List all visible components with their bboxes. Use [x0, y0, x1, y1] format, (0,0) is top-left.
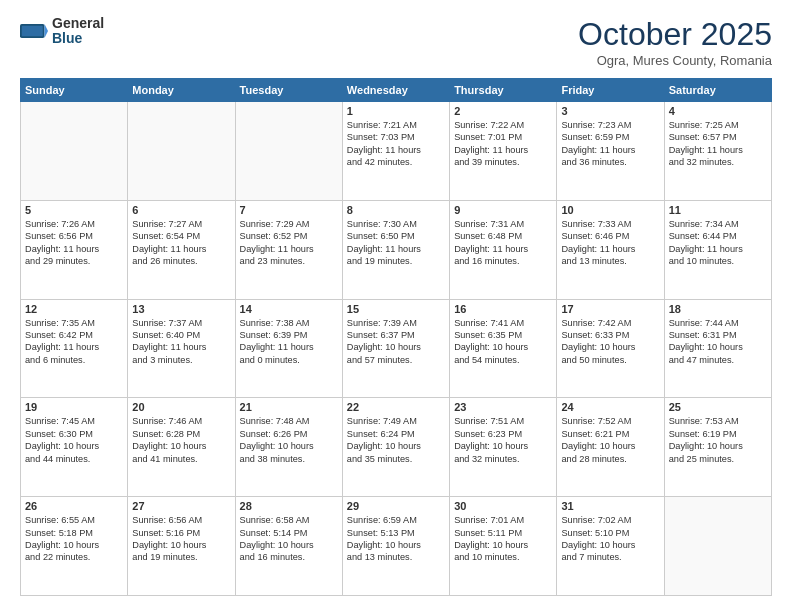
week-row-2: 5Sunrise: 7:26 AMSunset: 6:56 PMDaylight… [21, 200, 772, 299]
calendar-cell: 11Sunrise: 7:34 AMSunset: 6:44 PMDayligh… [664, 200, 771, 299]
calendar-cell: 5Sunrise: 7:26 AMSunset: 6:56 PMDaylight… [21, 200, 128, 299]
day-number: 25 [669, 401, 767, 413]
day-info: Sunrise: 7:48 AMSunset: 6:26 PMDaylight:… [240, 415, 338, 465]
day-number: 28 [240, 500, 338, 512]
day-info: Sunrise: 7:33 AMSunset: 6:46 PMDaylight:… [561, 218, 659, 268]
calendar-cell: 14Sunrise: 7:38 AMSunset: 6:39 PMDayligh… [235, 299, 342, 398]
day-info: Sunrise: 7:46 AMSunset: 6:28 PMDaylight:… [132, 415, 230, 465]
week-row-5: 26Sunrise: 6:55 AMSunset: 5:18 PMDayligh… [21, 497, 772, 596]
calendar-cell: 27Sunrise: 6:56 AMSunset: 5:16 PMDayligh… [128, 497, 235, 596]
day-info: Sunrise: 7:45 AMSunset: 6:30 PMDaylight:… [25, 415, 123, 465]
calendar-cell: 26Sunrise: 6:55 AMSunset: 5:18 PMDayligh… [21, 497, 128, 596]
day-info: Sunrise: 7:29 AMSunset: 6:52 PMDaylight:… [240, 218, 338, 268]
day-info: Sunrise: 6:55 AMSunset: 5:18 PMDaylight:… [25, 514, 123, 564]
day-info: Sunrise: 7:21 AMSunset: 7:03 PMDaylight:… [347, 119, 445, 169]
day-number: 30 [454, 500, 552, 512]
day-info: Sunrise: 7:42 AMSunset: 6:33 PMDaylight:… [561, 317, 659, 367]
day-number: 7 [240, 204, 338, 216]
day-number: 3 [561, 105, 659, 117]
day-info: Sunrise: 7:25 AMSunset: 6:57 PMDaylight:… [669, 119, 767, 169]
calendar-cell [21, 102, 128, 201]
week-row-3: 12Sunrise: 7:35 AMSunset: 6:42 PMDayligh… [21, 299, 772, 398]
svg-marker-1 [45, 24, 49, 38]
day-info: Sunrise: 7:26 AMSunset: 6:56 PMDaylight:… [25, 218, 123, 268]
week-row-1: 1Sunrise: 7:21 AMSunset: 7:03 PMDaylight… [21, 102, 772, 201]
calendar-cell: 7Sunrise: 7:29 AMSunset: 6:52 PMDaylight… [235, 200, 342, 299]
day-number: 2 [454, 105, 552, 117]
calendar-cell: 13Sunrise: 7:37 AMSunset: 6:40 PMDayligh… [128, 299, 235, 398]
col-header-wednesday: Wednesday [342, 79, 449, 102]
day-number: 15 [347, 303, 445, 315]
calendar-cell: 18Sunrise: 7:44 AMSunset: 6:31 PMDayligh… [664, 299, 771, 398]
day-number: 13 [132, 303, 230, 315]
col-header-thursday: Thursday [450, 79, 557, 102]
calendar-cell: 9Sunrise: 7:31 AMSunset: 6:48 PMDaylight… [450, 200, 557, 299]
calendar-cell [664, 497, 771, 596]
calendar-cell: 16Sunrise: 7:41 AMSunset: 6:35 PMDayligh… [450, 299, 557, 398]
calendar-cell: 3Sunrise: 7:23 AMSunset: 6:59 PMDaylight… [557, 102, 664, 201]
day-info: Sunrise: 7:39 AMSunset: 6:37 PMDaylight:… [347, 317, 445, 367]
header: General Blue October 2025 Ogra, Mures Co… [20, 16, 772, 68]
logo-icon [20, 17, 48, 45]
day-number: 16 [454, 303, 552, 315]
calendar-cell: 23Sunrise: 7:51 AMSunset: 6:23 PMDayligh… [450, 398, 557, 497]
day-info: Sunrise: 7:01 AMSunset: 5:11 PMDaylight:… [454, 514, 552, 564]
calendar-cell: 20Sunrise: 7:46 AMSunset: 6:28 PMDayligh… [128, 398, 235, 497]
day-number: 31 [561, 500, 659, 512]
month-title: October 2025 [578, 16, 772, 53]
day-info: Sunrise: 7:35 AMSunset: 6:42 PMDaylight:… [25, 317, 123, 367]
day-info: Sunrise: 7:27 AMSunset: 6:54 PMDaylight:… [132, 218, 230, 268]
calendar-cell [128, 102, 235, 201]
day-number: 14 [240, 303, 338, 315]
calendar-cell [235, 102, 342, 201]
calendar-cell: 10Sunrise: 7:33 AMSunset: 6:46 PMDayligh… [557, 200, 664, 299]
calendar-cell: 6Sunrise: 7:27 AMSunset: 6:54 PMDaylight… [128, 200, 235, 299]
day-info: Sunrise: 7:23 AMSunset: 6:59 PMDaylight:… [561, 119, 659, 169]
calendar-cell: 24Sunrise: 7:52 AMSunset: 6:21 PMDayligh… [557, 398, 664, 497]
calendar-cell: 30Sunrise: 7:01 AMSunset: 5:11 PMDayligh… [450, 497, 557, 596]
calendar-cell: 19Sunrise: 7:45 AMSunset: 6:30 PMDayligh… [21, 398, 128, 497]
day-info: Sunrise: 7:31 AMSunset: 6:48 PMDaylight:… [454, 218, 552, 268]
day-info: Sunrise: 6:58 AMSunset: 5:14 PMDaylight:… [240, 514, 338, 564]
calendar-cell: 29Sunrise: 6:59 AMSunset: 5:13 PMDayligh… [342, 497, 449, 596]
page: General Blue October 2025 Ogra, Mures Co… [0, 0, 792, 612]
day-info: Sunrise: 7:38 AMSunset: 6:39 PMDaylight:… [240, 317, 338, 367]
calendar-cell: 1Sunrise: 7:21 AMSunset: 7:03 PMDaylight… [342, 102, 449, 201]
calendar: SundayMondayTuesdayWednesdayThursdayFrid… [20, 78, 772, 596]
day-number: 24 [561, 401, 659, 413]
day-info: Sunrise: 7:49 AMSunset: 6:24 PMDaylight:… [347, 415, 445, 465]
day-number: 17 [561, 303, 659, 315]
day-info: Sunrise: 7:34 AMSunset: 6:44 PMDaylight:… [669, 218, 767, 268]
calendar-cell: 4Sunrise: 7:25 AMSunset: 6:57 PMDaylight… [664, 102, 771, 201]
day-number: 20 [132, 401, 230, 413]
day-number: 12 [25, 303, 123, 315]
col-header-saturday: Saturday [664, 79, 771, 102]
calendar-cell: 12Sunrise: 7:35 AMSunset: 6:42 PMDayligh… [21, 299, 128, 398]
day-number: 1 [347, 105, 445, 117]
day-info: Sunrise: 6:56 AMSunset: 5:16 PMDaylight:… [132, 514, 230, 564]
col-header-tuesday: Tuesday [235, 79, 342, 102]
day-info: Sunrise: 7:22 AMSunset: 7:01 PMDaylight:… [454, 119, 552, 169]
day-number: 26 [25, 500, 123, 512]
calendar-cell: 22Sunrise: 7:49 AMSunset: 6:24 PMDayligh… [342, 398, 449, 497]
day-info: Sunrise: 7:37 AMSunset: 6:40 PMDaylight:… [132, 317, 230, 367]
calendar-cell: 15Sunrise: 7:39 AMSunset: 6:37 PMDayligh… [342, 299, 449, 398]
logo-text: General Blue [52, 16, 104, 47]
day-info: Sunrise: 7:53 AMSunset: 6:19 PMDaylight:… [669, 415, 767, 465]
day-number: 6 [132, 204, 230, 216]
header-row: SundayMondayTuesdayWednesdayThursdayFrid… [21, 79, 772, 102]
day-number: 5 [25, 204, 123, 216]
day-number: 8 [347, 204, 445, 216]
col-header-friday: Friday [557, 79, 664, 102]
col-header-sunday: Sunday [21, 79, 128, 102]
day-number: 4 [669, 105, 767, 117]
day-number: 11 [669, 204, 767, 216]
day-number: 22 [347, 401, 445, 413]
calendar-cell: 31Sunrise: 7:02 AMSunset: 5:10 PMDayligh… [557, 497, 664, 596]
day-info: Sunrise: 7:52 AMSunset: 6:21 PMDaylight:… [561, 415, 659, 465]
day-number: 9 [454, 204, 552, 216]
logo-general: General [52, 16, 104, 31]
calendar-cell: 17Sunrise: 7:42 AMSunset: 6:33 PMDayligh… [557, 299, 664, 398]
location: Ogra, Mures County, Romania [578, 53, 772, 68]
day-info: Sunrise: 7:51 AMSunset: 6:23 PMDaylight:… [454, 415, 552, 465]
